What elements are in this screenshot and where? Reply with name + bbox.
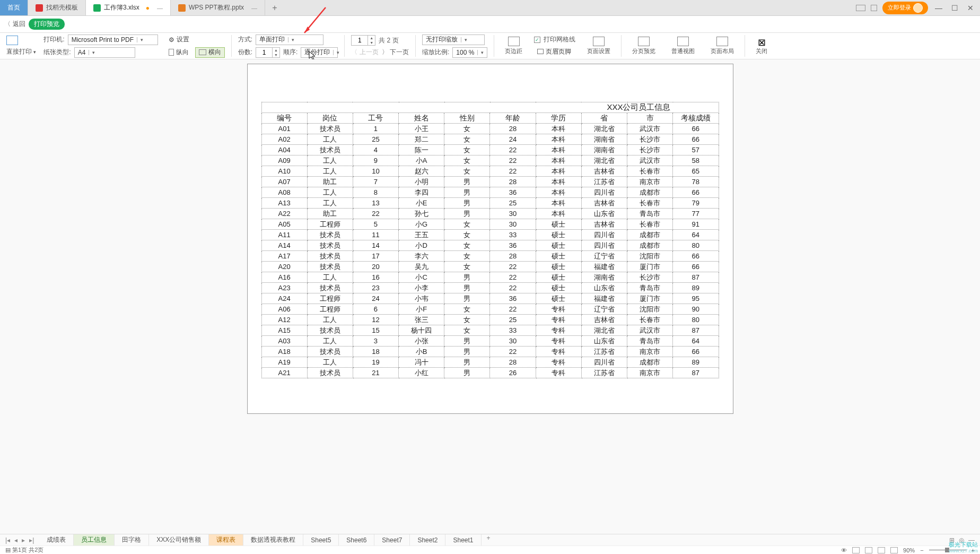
- pagelayout-button[interactable]: 页面布局: [706, 36, 738, 56]
- sheet-next-icon[interactable]: ▸: [22, 536, 25, 544]
- tab-home[interactable]: 首页: [0, 0, 28, 15]
- table-cell: 90: [673, 304, 719, 315]
- preview-page: XXX公司员工信息 编号岗位工号姓名性别年龄学历省市考核成绩 A01技术员1小王…: [247, 64, 733, 414]
- pagebreak-label: 分页预览: [632, 47, 655, 55]
- table-cell: 技术员: [307, 283, 353, 293]
- back-button[interactable]: 〈 返回: [4, 20, 25, 29]
- eye-icon[interactable]: 👁: [841, 547, 847, 553]
- sheet-first-icon[interactable]: |◂: [5, 536, 10, 544]
- table-cell: 男: [444, 368, 490, 378]
- printer-icon[interactable]: [6, 36, 18, 45]
- prev-page-button[interactable]: 〈 上一页: [351, 48, 378, 57]
- sheet-tab-11[interactable]: Sheet1: [445, 534, 481, 546]
- gridlines-checkbox[interactable]: ✓: [534, 37, 540, 43]
- table-cell: 女: [444, 240, 490, 251]
- copies-label: 份数:: [238, 48, 252, 57]
- badge-label: 打印预览: [34, 20, 59, 28]
- login-button[interactable]: 立即登录: [882, 2, 928, 14]
- view-pagelayout-icon[interactable]: [865, 547, 872, 553]
- printer-combo[interactable]: Microsoft Print to PDF▾: [68, 34, 158, 45]
- sheet-tabbar: |◂ ◂ ▸ ▸| 成绩表 员工信息 田字格 XXX公司销售额 课程表 数据透视…: [0, 534, 980, 546]
- spin-down-icon[interactable]: ▼: [273, 53, 279, 57]
- table-cell: 厦门市: [627, 262, 673, 272]
- table-header: 编号: [261, 113, 307, 124]
- table-row: A15技术员15杨十四女33专科湖北省武汉市87: [261, 325, 719, 336]
- table-cell: 孙七: [399, 209, 444, 219]
- next-page-button[interactable]: 〉 下一页: [382, 48, 409, 57]
- normalview-button[interactable]: 普通视图: [667, 36, 699, 56]
- tab-close[interactable]: —: [251, 5, 257, 11]
- table-cell: 30: [490, 219, 536, 230]
- panel-icon[interactable]: [856, 5, 865, 11]
- portrait-button[interactable]: 纵向: [165, 47, 192, 58]
- sheet-tab-6[interactable]: 数据透视表教程: [243, 534, 303, 546]
- scale-combo[interactable]: 100 %▾: [452, 47, 487, 58]
- page-spinner[interactable]: ▲▼: [351, 35, 375, 46]
- spin-up-icon[interactable]: ▲: [273, 48, 279, 53]
- table-cell: 16: [353, 272, 398, 283]
- tab-close[interactable]: —: [157, 5, 163, 11]
- sheet-label: 数据透视表教程: [251, 535, 295, 544]
- table-cell: 87: [673, 368, 719, 378]
- table-cell: 吉林省: [581, 166, 627, 177]
- table-cell: 南京市: [627, 368, 673, 378]
- sheet-tab-3[interactable]: 田字格: [115, 534, 149, 546]
- table-cell: 长春市: [627, 198, 673, 209]
- spin-up-icon[interactable]: ▲: [368, 36, 375, 40]
- add-sheet-button[interactable]: +: [482, 534, 496, 546]
- sheet-tab-1[interactable]: 成绩表: [39, 534, 74, 546]
- sheet-tab-4[interactable]: XXX公司销售额: [149, 534, 209, 546]
- tab-templates[interactable]: 找稻壳模板: [28, 0, 86, 15]
- table-cell: 技术员: [307, 347, 353, 357]
- sheet-tab-2[interactable]: 员工信息: [74, 534, 115, 546]
- close-preview-button[interactable]: ⊠关闭: [751, 36, 772, 56]
- sheet-tab-10[interactable]: Sheet2: [410, 534, 445, 546]
- table-cell: 23: [353, 283, 398, 293]
- scale-mode-combo[interactable]: 无打印缩放▾: [422, 34, 485, 45]
- margins-button[interactable]: 页边距: [501, 36, 527, 56]
- table-row: A19工人19冯十男28专科四川省成都市89: [261, 357, 719, 368]
- direct-print-button[interactable]: 直接打印 ▾: [6, 47, 36, 56]
- table-cell: 长春市: [627, 315, 673, 325]
- table-cell: A19: [261, 357, 307, 368]
- sheet-prev-icon[interactable]: ◂: [14, 536, 18, 544]
- sheet-last-icon[interactable]: ▸|: [29, 536, 34, 544]
- table-cell: 技术员: [307, 145, 353, 155]
- mode-combo[interactable]: 单面打印▾: [256, 34, 323, 45]
- sheet-label: Sheet6: [346, 536, 366, 544]
- tab-workbook[interactable]: 工作簿3.xlsx ● —: [86, 0, 171, 15]
- sheet-tab-9[interactable]: Sheet7: [374, 534, 410, 546]
- tab-templates-label: 找稻壳模板: [46, 3, 78, 12]
- pagesetup-button[interactable]: 页面设置: [583, 36, 615, 56]
- zoom-out-button[interactable]: −: [920, 547, 923, 553]
- table-cell: 12: [353, 315, 398, 325]
- table-cell: A13: [261, 198, 307, 209]
- tab-ppt[interactable]: WPS PPT教程.pptx —: [171, 0, 265, 15]
- spin-down-icon[interactable]: ▼: [368, 40, 375, 45]
- pagebreak-button[interactable]: 分页预览: [628, 36, 660, 56]
- new-tab-button[interactable]: +: [265, 0, 284, 15]
- view-pagebreak-icon[interactable]: [878, 547, 885, 553]
- headerfooter-button[interactable]: 页眉页脚: [534, 46, 575, 57]
- minimize-button[interactable]: —: [933, 4, 944, 12]
- close-button[interactable]: ✕: [965, 4, 976, 12]
- paper-combo[interactable]: A4▾: [74, 47, 135, 58]
- settings-button[interactable]: ⚙设置: [165, 34, 225, 45]
- order-label: 顺序:: [283, 48, 298, 57]
- maximize-button[interactable]: ☐: [949, 4, 960, 12]
- employee-table: XXX公司员工信息 编号岗位工号姓名性别年龄学历省市考核成绩 A01技术员1小王…: [261, 102, 719, 378]
- page-input[interactable]: [352, 37, 368, 44]
- copies-spinner[interactable]: ▲▼: [256, 47, 280, 58]
- sheet-tab-7[interactable]: Sheet5: [303, 534, 339, 546]
- chevron-down-icon: ▾: [461, 37, 469, 42]
- copies-input[interactable]: [256, 49, 272, 56]
- grid-icon[interactable]: [871, 5, 877, 11]
- view-normal-icon[interactable]: [852, 547, 860, 553]
- order-combo[interactable]: 逐份打印▾: [301, 47, 338, 58]
- landscape-button[interactable]: 横向: [195, 47, 225, 58]
- view-readmode-icon[interactable]: [890, 547, 898, 553]
- table-cell: 22: [490, 272, 536, 283]
- sheet-tab-5[interactable]: 课程表: [209, 534, 243, 546]
- table-row: A16工人16小C男22硕士湖南省长沙市87: [261, 272, 719, 283]
- sheet-tab-8[interactable]: Sheet6: [339, 534, 374, 546]
